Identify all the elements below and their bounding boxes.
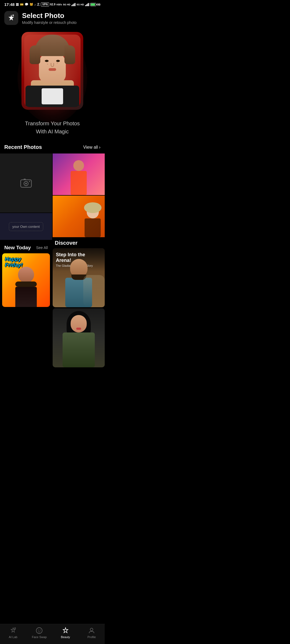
status-icon-5: ♪ — [34, 3, 36, 6]
svg-rect-4 — [24, 179, 26, 180]
hero-section — [0, 29, 105, 115]
new-today-card-1[interactable]: HappyFriday! — [2, 253, 50, 307]
status-icon-2: 💳 — [20, 3, 24, 6]
network-speed: 62.9 — [50, 3, 55, 6]
speed-unit: KB/s — [56, 3, 62, 6]
time: 17:48 — [4, 2, 15, 7]
status-icon-4: 🐱 — [30, 3, 33, 6]
svg-point-3 — [25, 183, 27, 184]
status-icon-6: 之 — [37, 2, 40, 6]
battery-level: 99 — [97, 3, 100, 6]
status-icon-1: 🖼 — [16, 3, 19, 6]
discover-card-woman[interactable] — [53, 308, 105, 367]
header-text: Select Photo Modify hairstyle or retouch… — [22, 12, 77, 25]
left-column: your Own content New Today See All Happy… — [0, 153, 52, 367]
page-subtitle: Modify hairstyle or retouch photo — [22, 20, 77, 25]
network-1: 5G HD — [63, 3, 71, 6]
network-2: 5G HD — [77, 3, 84, 6]
recent-photos-title: Recent Photos — [4, 144, 42, 150]
card-person — [13, 267, 39, 307]
discover-card-gladiator[interactable]: Step Into the Arena! The Gladiator's Cal… — [53, 248, 105, 307]
vpn-badge: VPN — [41, 2, 49, 6]
signal-bars-1 — [71, 3, 75, 6]
camera-icon — [20, 177, 32, 189]
new-today-section-header: New Today See All — [0, 240, 52, 253]
header: Select Photo Modify hairstyle or retouch… — [0, 8, 105, 29]
new-today-title: New Today — [4, 245, 31, 251]
status-bar: 17:48 🖼 💳 💬 🐱 ♪ 之 VPN 62.9 KB/s 5G HD 5G… — [0, 0, 105, 8]
app-icon — [4, 11, 18, 25]
photo-thumbnail-1[interactable] — [53, 153, 105, 195]
status-icon-3: 💬 — [25, 3, 28, 6]
upload-label: your Own content — [9, 222, 43, 231]
recent-photos-header: Recent Photos View all › — [0, 142, 105, 153]
hero-image[interactable] — [21, 32, 83, 110]
discover-section: Discover Step Into the Arena! The Gladia… — [53, 238, 105, 307]
camera-picker[interactable] — [0, 153, 52, 213]
discover-title: Discover — [53, 240, 105, 246]
photos-discover-container: your Own content New Today See All Happy… — [0, 153, 105, 367]
status-icons: 🖼 💳 💬 🐱 ♪ 之 VPN 62.9 KB/s 5G HD 5G HD — [16, 2, 100, 6]
woman-figure-small — [83, 205, 102, 237]
woman-coat-figure — [63, 315, 95, 367]
svg-point-5 — [29, 181, 30, 182]
view-all-label: View all — [83, 145, 98, 150]
battery-icon — [90, 3, 96, 6]
page-title: Select Photo — [22, 12, 77, 20]
child-figure — [68, 160, 89, 195]
svg-point-0 — [12, 14, 14, 16]
new-today-header: New Today See All — [4, 245, 48, 251]
see-all-button[interactable]: See All — [36, 246, 48, 250]
right-column: Discover Step Into the Arena! The Gladia… — [53, 153, 105, 367]
tagline-line2: With AI Magic — [0, 127, 105, 136]
chevron-right-icon: › — [99, 145, 100, 150]
photo-thumbnail-2[interactable] — [53, 196, 105, 237]
happy-friday-text: HappyFriday! — [5, 256, 23, 268]
upload-card[interactable]: your Own content — [0, 213, 52, 240]
upload-text: your Own content — [12, 225, 40, 229]
view-all-button[interactable]: View all › — [83, 145, 100, 150]
signal-bars-2 — [85, 3, 89, 6]
